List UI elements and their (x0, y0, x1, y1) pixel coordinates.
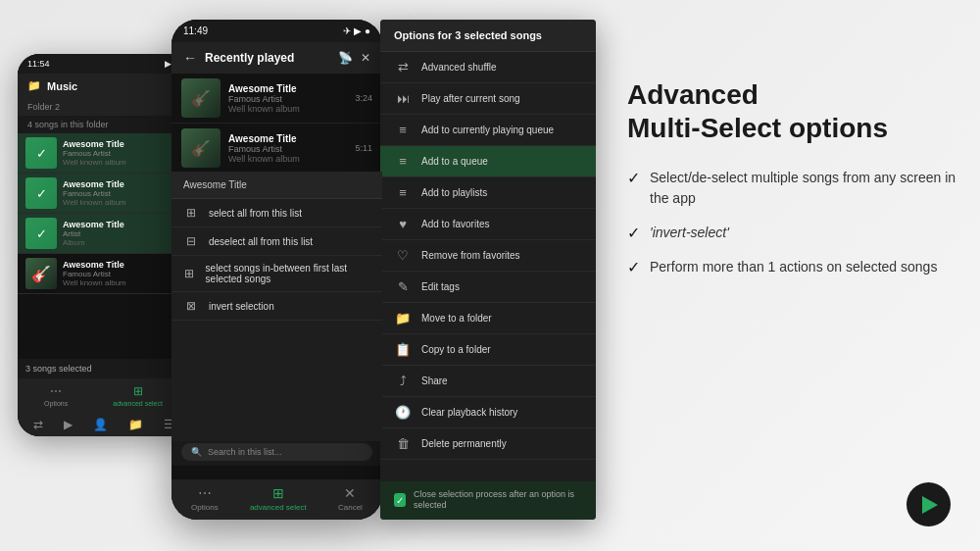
advanced-select-icon: ⊞ (133, 384, 143, 398)
op-item-add-favorites[interactable]: ♥ Add to favorites (380, 209, 596, 240)
tab-cancel[interactable]: ✕ Cancel (338, 485, 363, 512)
feature-text-2: 'invert-select' (650, 223, 729, 243)
search-placeholder: Search in this list... (208, 447, 282, 457)
op-label-add-playlists: Add to playlists (421, 187, 487, 198)
left-time: 11:54 (27, 59, 50, 69)
close-icon[interactable]: ✕ (361, 51, 370, 65)
mid-time: 11:49 (183, 25, 208, 36)
left-song-list: ✓ Awesome Title Famous Artist Well known… (18, 133, 189, 359)
dropdown-item-deselect-all[interactable]: ⊟ deselect all from this list (172, 227, 382, 256)
mid-status-icons: ✈ ▶ ● (343, 25, 370, 36)
op-item-copy-folder[interactable]: 📋 Copy to a folder (380, 334, 596, 366)
heart-filled-icon: ♥ (394, 217, 412, 231)
queue-icon: ≡ (394, 154, 412, 169)
antenna-icon: 📡 (338, 51, 353, 65)
back-button[interactable]: ← (183, 50, 197, 66)
playlists-icon: ≡ (394, 185, 412, 200)
list-item[interactable]: 🎸 Awesome Title Famous Artist Well known… (172, 124, 382, 174)
dropdown-item-invert[interactable]: ⊠ invert selection (172, 292, 382, 321)
options-panel-footer[interactable]: ✓ Close selection process after an optio… (380, 481, 596, 520)
options-icon: ⋯ (50, 384, 62, 398)
list-item[interactable]: 🎸 Awesome Title Famous Artist Well known… (172, 74, 382, 124)
shuffle-icon[interactable]: ⇄ (33, 418, 43, 431)
close-selection-checkbox[interactable]: ✓ (394, 493, 406, 507)
op-label-share: Share (421, 376, 448, 386)
tab-options[interactable]: ⋯ Options (44, 384, 68, 407)
op-item-edit-tags[interactable]: ✎ Edit tags (380, 272, 596, 303)
op-label-add-favorites: Add to favorites (421, 219, 489, 229)
header-left: ← Recently played (183, 50, 294, 66)
song-album: Well known album (63, 158, 181, 167)
playback-bar[interactable]: ⇄ ▶ 👤 📁 ☰ (18, 413, 189, 436)
op-item-clear-history[interactable]: 🕐 Clear playback history (380, 397, 596, 428)
checkmark-icon: ✓ (627, 258, 640, 276)
op-item-move-folder[interactable]: 📁 Move to a folder (380, 303, 596, 334)
op-label-copy-folder: Copy to a folder (421, 344, 491, 355)
dropdown-item-select-between[interactable]: ⊞ select songs in-between first last sel… (172, 256, 382, 292)
main-title-line2: Multi-Select options (627, 113, 888, 143)
song-info: Awesome Title Famous Artist Well known a… (63, 260, 181, 287)
song-artist: Famous Artist (228, 144, 347, 154)
dropdown-header: Awesome Title (172, 172, 382, 199)
tab-advanced-select[interactable]: ⊞ advanced select (250, 485, 307, 512)
select-between-label: select songs in-between first last selec… (206, 263, 370, 284)
phone-left: 11:54 ▶ ● 📁 Music Folder 2 4 songs in th… (18, 54, 189, 436)
left-subtitle: 4 songs in this folder (18, 116, 189, 133)
tab-advanced-label: advanced select (250, 503, 307, 512)
list-item[interactable]: 🎸 Awesome Title Famous Artist Well known… (18, 254, 189, 294)
search-bar: 🔍 Search in this list... (172, 438, 382, 466)
op-label-play-after: Play after current song (421, 93, 520, 104)
op-label-edit-tags: Edit tags (421, 281, 460, 292)
footer-text: Close selection process after an option … (414, 489, 582, 512)
song-title: Awesome Title (228, 133, 347, 144)
tab-options[interactable]: ⋯ Options (191, 485, 219, 512)
left-header-title: Music (47, 80, 77, 92)
song-album: Well known album (63, 278, 181, 287)
list-item[interactable]: ✓ Awesome Title Famous Artist Well known… (18, 174, 189, 214)
feature-item: ✓ Perform more than 1 actions on selecte… (627, 257, 960, 277)
op-item-add-to-queue[interactable]: ≡ Add to a queue (380, 146, 596, 177)
search-input-field[interactable]: 🔍 Search in this list... (181, 443, 372, 461)
options-panel-header: Options for 3 selected songs (380, 20, 596, 52)
op-item-remove-favorites[interactable]: ♡ Remove from favorites (380, 240, 596, 272)
feature-list: ✓ Select/de-select multiple songs from a… (627, 168, 960, 277)
play-triangle-icon (922, 496, 938, 514)
op-item-add-queue[interactable]: ≡ Add to currently playing queue (380, 115, 596, 146)
info-section: Advanced Multi-Select options ✓ Select/d… (627, 78, 960, 277)
song-info: Awesome Title Famous Artist Well known a… (63, 179, 181, 207)
op-item-share[interactable]: ⤴ Share (380, 366, 596, 397)
left-header: 📁 Music (18, 74, 189, 98)
trash-icon: 🗑 (394, 436, 412, 451)
music-folder-icon: 📁 (27, 79, 41, 92)
tab-cancel-label: Cancel (338, 503, 363, 512)
feature-item: ✓ Select/de-select multiple songs from a… (627, 168, 960, 209)
mid-bottom-tabs[interactable]: ⋯ Options ⊞ advanced select ✕ Cancel (172, 479, 382, 520)
folder-icon[interactable]: 📁 (128, 418, 143, 431)
deselect-all-icon: ⊟ (183, 234, 199, 248)
list-item[interactable]: ✓ Awesome Title Artist Album (18, 214, 189, 254)
app-logo (906, 482, 951, 526)
list-item[interactable]: ✓ Awesome Title Famous Artist Well known… (18, 133, 189, 174)
play-icon[interactable]: ▶ (64, 418, 73, 431)
op-item-play-after[interactable]: ⏭ Play after current song (380, 83, 596, 115)
song-album: Well known album (228, 104, 347, 114)
dropdown-item-select-all[interactable]: ⊞ select all from this list (172, 199, 382, 227)
op-label-add-queue: Add to currently playing queue (421, 125, 554, 135)
op-item-add-playlists[interactable]: ≡ Add to playlists (380, 177, 596, 209)
shuffle-icon: ⇄ (394, 60, 412, 75)
select-all-label: select all from this list (209, 208, 302, 219)
person-icon[interactable]: 👤 (93, 418, 108, 431)
tab-advanced-label: advanced select (113, 400, 163, 407)
op-item-advanced-shuffle[interactable]: ⇄ Advanced shuffle (380, 52, 596, 83)
advanced-select-icon: ⊞ (272, 485, 284, 501)
tab-advanced-select[interactable]: ⊞ advanced select (113, 384, 163, 407)
song-album: Well known album (63, 198, 181, 207)
op-item-delete[interactable]: 🗑 Delete permanently (380, 428, 596, 460)
tab-options-label: Options (191, 503, 219, 512)
cancel-icon: ✕ (344, 485, 356, 501)
left-bottom-tabs[interactable]: ⋯ Options ⊞ advanced select (18, 378, 189, 413)
song-title: Awesome Title (63, 220, 181, 229)
tab-options-label: Options (44, 400, 68, 407)
add-queue-icon: ≡ (394, 123, 412, 137)
check-overlay: ✓ (25, 177, 57, 209)
